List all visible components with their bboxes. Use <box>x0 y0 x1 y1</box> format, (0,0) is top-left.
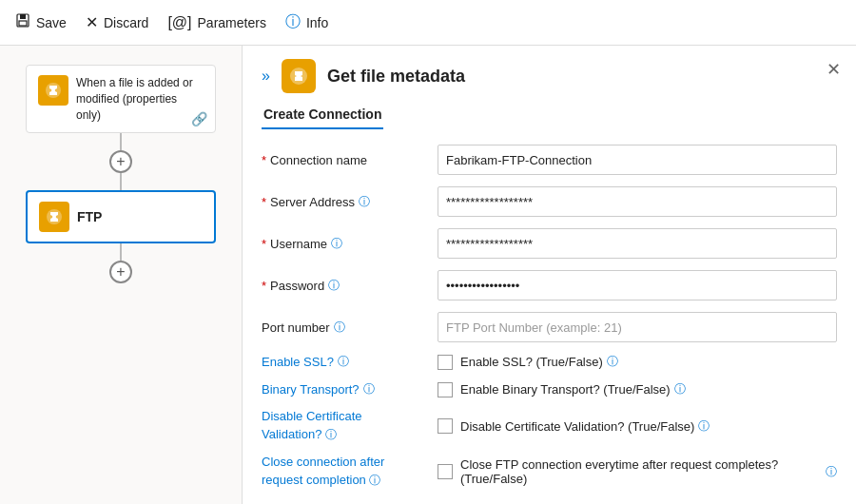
password-input[interactable] <box>438 270 837 300</box>
trigger-label: When a file is added or modified (proper… <box>76 75 204 123</box>
svg-point-4 <box>51 88 55 92</box>
username-input[interactable] <box>438 228 837 259</box>
close-conn-checkbox[interactable] <box>438 464 453 479</box>
trigger-card[interactable]: When a file is added or modified (proper… <box>26 65 216 133</box>
discard-icon: ✕ <box>86 13 98 31</box>
ftp-icon <box>45 207 64 226</box>
connector-line-bottom <box>120 243 122 261</box>
password-label: Password ⓘ <box>262 278 438 294</box>
rp-action-icon-box <box>282 59 316 93</box>
enable-ssl-checkbox[interactable] <box>438 355 453 370</box>
disable-cert-control: Disable Certificate Validation? (True/Fa… <box>438 418 837 435</box>
server-address-input[interactable] <box>438 186 837 217</box>
username-label: Username ⓘ <box>262 236 438 252</box>
enable-ssl-control: Enable SSL? (True/False) ⓘ <box>438 354 837 370</box>
disable-cert-label-line1: Disable Certificate <box>262 409 362 423</box>
close-conn-info-icon[interactable]: ⓘ <box>369 474 380 487</box>
ftp-label: FTP <box>77 209 102 224</box>
close-button[interactable]: ✕ <box>827 59 841 80</box>
username-info-icon[interactable]: ⓘ <box>331 236 342 252</box>
svg-rect-2 <box>19 21 27 26</box>
close-conn-check-info-icon[interactable]: ⓘ <box>826 464 837 480</box>
binary-transport-label: Binary Transport? ⓘ <box>262 381 438 397</box>
binary-transport-check-info-icon[interactable]: ⓘ <box>674 381 686 397</box>
connector-line-mid <box>120 173 122 190</box>
right-panel: » Get file metadata ✕ Create Connection … <box>243 46 856 504</box>
close-conn-control: Close FTP connection everytime after req… <box>438 457 837 486</box>
password-row: Password ⓘ <box>262 270 837 300</box>
close-conn-label-line2: request completion ⓘ <box>262 473 380 489</box>
expand-icon[interactable]: » <box>262 68 270 85</box>
rp-header: » Get file metadata ✕ <box>243 46 856 93</box>
binary-transport-checkbox[interactable] <box>438 382 453 397</box>
enable-ssl-check-text: Enable SSL? (True/False) ⓘ <box>460 354 618 370</box>
disable-cert-checkbox[interactable] <box>438 418 453 434</box>
info-label: Info <box>306 15 328 30</box>
enable-ssl-check-info-icon[interactable]: ⓘ <box>607 354 618 370</box>
form-area: Connection name Server Address ⓘ Usernam… <box>243 129 856 504</box>
toolbar: Save ✕ Discard [@] Parameters ⓘ Info <box>0 0 856 46</box>
save-label: Save <box>36 15 67 30</box>
server-address-row: Server Address ⓘ <box>262 186 837 217</box>
discard-label: Discard <box>104 15 148 30</box>
server-address-info-icon[interactable]: ⓘ <box>359 194 370 210</box>
port-number-label: Port number ⓘ <box>262 320 438 336</box>
disable-cert-label-line2: Validation? ⓘ <box>262 427 337 443</box>
connection-name-row: Connection name <box>262 145 837 175</box>
username-row: Username ⓘ <box>262 228 837 259</box>
close-conn-label: Close connection after request completio… <box>262 455 438 489</box>
close-conn-row: Close connection after request completio… <box>262 455 837 489</box>
rp-title: Get file metadata <box>327 67 465 87</box>
binary-transport-control: Enable Binary Transport? (True/False) ⓘ <box>438 381 837 397</box>
disable-cert-row: Disable Certificate Validation? ⓘ Disabl… <box>262 409 837 443</box>
close-conn-label-line1: Close connection after <box>262 455 384 469</box>
disable-cert-label: Disable Certificate Validation? ⓘ <box>262 409 438 443</box>
password-info-icon[interactable]: ⓘ <box>328 278 340 294</box>
rp-action-icon <box>288 66 309 87</box>
parameters-label: Parameters <box>198 15 266 30</box>
main-layout: When a file is added or modified (proper… <box>0 46 856 504</box>
info-icon: ⓘ <box>285 12 301 32</box>
trigger-icon <box>44 81 63 100</box>
binary-transport-check-text: Enable Binary Transport? (True/False) ⓘ <box>460 381 686 397</box>
ftp-icon-box <box>39 202 69 232</box>
binary-transport-info-icon[interactable]: ⓘ <box>363 381 375 397</box>
port-number-row: Port number ⓘ <box>262 312 837 342</box>
binary-transport-row: Binary Transport? ⓘ Enable Binary Transp… <box>262 381 837 397</box>
enable-ssl-label: Enable SSL? ⓘ <box>262 354 438 370</box>
link-icon: 🔗 <box>191 111 207 126</box>
info-button[interactable]: ⓘ Info <box>285 12 328 32</box>
disable-cert-check-text: Disable Certificate Validation? (True/Fa… <box>460 418 710 435</box>
svg-rect-1 <box>20 14 26 19</box>
left-panel: When a file is added or modified (proper… <box>0 46 243 504</box>
parameters-button[interactable]: [@] Parameters <box>167 14 266 31</box>
connection-name-input[interactable] <box>438 145 837 175</box>
port-number-input[interactable] <box>438 312 837 342</box>
add-step-bottom-button[interactable]: + <box>109 261 132 283</box>
close-conn-check-text: Close FTP connection everytime after req… <box>460 457 837 486</box>
disable-cert-check-info-icon[interactable]: ⓘ <box>698 418 710 435</box>
server-address-label: Server Address ⓘ <box>262 194 438 210</box>
save-button[interactable]: Save <box>15 13 67 32</box>
port-number-info-icon[interactable]: ⓘ <box>334 320 345 336</box>
connector-top: + <box>109 133 132 190</box>
enable-ssl-info-icon[interactable]: ⓘ <box>338 354 349 370</box>
svg-point-8 <box>297 74 301 78</box>
tab-create-connection[interactable]: Create Connection <box>262 101 383 129</box>
enable-ssl-row: Enable SSL? ⓘ Enable SSL? (True/False) ⓘ <box>262 354 837 370</box>
discard-button[interactable]: ✕ Discard <box>86 13 148 31</box>
svg-point-6 <box>52 215 56 219</box>
connection-name-label: Connection name <box>262 153 438 167</box>
add-step-top-button[interactable]: + <box>109 150 132 173</box>
save-icon <box>15 13 30 32</box>
connector-line-top <box>120 133 122 150</box>
disable-cert-info-icon[interactable]: ⓘ <box>325 428 337 441</box>
connector-bottom: + <box>109 243 132 283</box>
parameters-icon: [@] <box>167 14 191 31</box>
rp-tabs: Create Connection <box>243 93 856 129</box>
ftp-card[interactable]: FTP <box>26 190 216 243</box>
trigger-icon-box <box>38 75 68 106</box>
